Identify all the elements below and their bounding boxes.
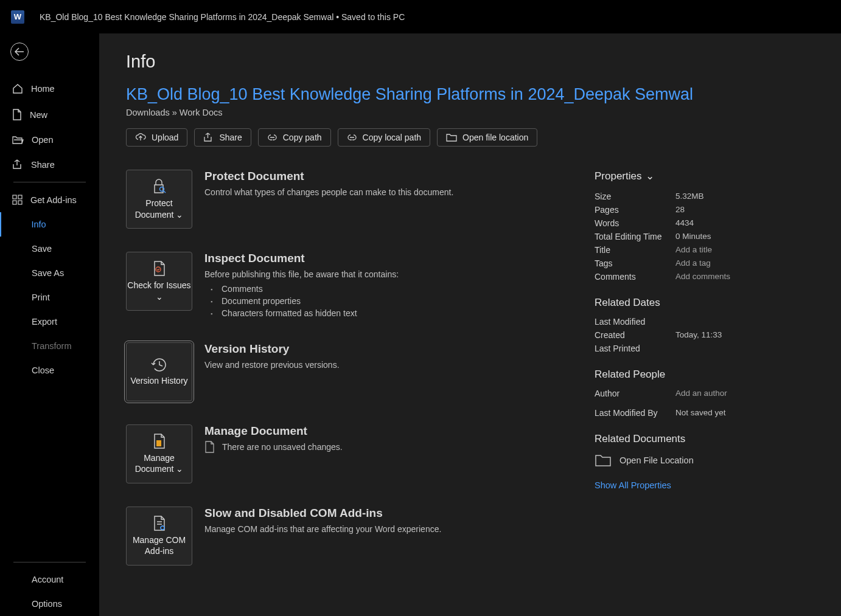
- prop-value: 28: [675, 205, 685, 215]
- word-app-icon: W: [11, 10, 24, 24]
- sidebar-label: Export: [32, 317, 57, 327]
- action-label: Share: [219, 133, 242, 142]
- prop-label: Words: [595, 218, 675, 228]
- open-file-location-link[interactable]: Open File Location: [595, 454, 765, 467]
- svg-rect-3: [18, 201, 22, 204]
- manage-document-button[interactable]: Manage Document ⌄: [126, 424, 192, 483]
- button-label: Protect Document ⌄: [127, 198, 192, 220]
- section-heading: Manage Document: [204, 424, 564, 438]
- sidebar-label: Share: [31, 160, 55, 170]
- prop-label: Last Modified By: [595, 408, 675, 418]
- divider: [13, 182, 86, 182]
- sidebar-item-open[interactable]: Open: [0, 128, 99, 152]
- link-icon: [347, 134, 357, 141]
- svg-rect-6: [156, 440, 161, 446]
- prop-value: 0 Minutes: [675, 232, 711, 241]
- open-file-location-label: Open File Location: [619, 455, 694, 465]
- chevron-down-icon: ⌄: [176, 463, 183, 474]
- copy-path-button[interactable]: Copy path: [258, 128, 331, 147]
- inspect-doc-icon: [152, 260, 167, 277]
- section-text: Manage COM add-ins that are affecting yo…: [204, 523, 564, 536]
- prop-value-add-author[interactable]: Add an author: [675, 389, 727, 398]
- breadcrumb: Downloads » Work Docs: [126, 108, 814, 117]
- new-doc-icon: [12, 109, 22, 120]
- sidebar-item-options[interactable]: Options: [0, 592, 99, 616]
- protect-document-button[interactable]: Protect Document ⌄: [126, 170, 192, 229]
- prop-value-add-title[interactable]: Add a title: [675, 245, 712, 255]
- prop-label: Pages: [595, 205, 675, 215]
- sidebar-item-new[interactable]: New: [0, 102, 99, 128]
- folder-icon: [446, 133, 457, 142]
- document-title: KB_Old Blog_10 Best Knowledge Sharing Pl…: [126, 85, 814, 104]
- sidebar-item-account[interactable]: Account: [0, 567, 99, 592]
- action-label: Copy path: [283, 133, 322, 142]
- svg-rect-0: [13, 195, 16, 199]
- sidebar-item-save[interactable]: Save: [0, 237, 99, 261]
- section-text: Before publishing this file, be aware th…: [204, 268, 564, 282]
- manage-com-addins-button[interactable]: Manage COM Add-ins: [126, 507, 192, 566]
- sidebar-label: Transform: [32, 341, 72, 351]
- prop-label: Author: [595, 389, 675, 398]
- section-heading: Inspect Document: [204, 252, 564, 265]
- prop-label: Last Modified: [595, 317, 675, 327]
- prop-label: Comments: [595, 272, 675, 282]
- properties-dropdown[interactable]: Properties ⌄: [595, 170, 765, 182]
- button-label: Version History: [130, 375, 187, 386]
- chevron-down-icon: ⌄: [156, 291, 163, 302]
- version-history-button[interactable]: Version History: [126, 342, 192, 401]
- titlebar: W KB_Old Blog_10 Best Knowledge Sharing …: [0, 0, 841, 33]
- content-area: Info KB_Old Blog_10 Best Knowledge Shari…: [99, 33, 841, 616]
- section-text: View and restore previous versions.: [204, 359, 564, 372]
- action-label: Copy local path: [363, 133, 422, 142]
- sidebar-item-transform: Transform: [0, 334, 99, 358]
- gear-doc-icon: [152, 515, 167, 531]
- list-item: Comments: [204, 283, 564, 295]
- chevron-down-icon: ⌄: [646, 170, 654, 182]
- action-label: Upload: [152, 133, 178, 142]
- copy-local-path-button[interactable]: Copy local path: [338, 128, 431, 147]
- prop-label: Last Printed: [595, 344, 675, 353]
- sidebar-label: Info: [32, 220, 46, 229]
- sidebar-item-print[interactable]: Print: [0, 285, 99, 310]
- sidebar-label: New: [30, 110, 47, 120]
- upload-button[interactable]: Upload: [126, 128, 187, 147]
- prop-value-add-tag[interactable]: Add a tag: [675, 258, 711, 268]
- prop-value-add-comments[interactable]: Add comments: [675, 272, 730, 282]
- prop-value: Not saved yet: [675, 408, 726, 418]
- list-item: Characters formatted as hidden text: [204, 307, 564, 319]
- sidebar-label: Open: [32, 135, 53, 145]
- folder-icon: [595, 454, 612, 467]
- sidebar-item-addins[interactable]: Get Add-ins: [0, 187, 99, 212]
- sidebar-label: Account: [32, 575, 63, 584]
- button-label: Manage Document ⌄: [127, 452, 192, 474]
- share-icon: [203, 133, 214, 142]
- sidebar-item-export[interactable]: Export: [0, 310, 99, 334]
- sidebar-item-close[interactable]: Close: [0, 358, 99, 382]
- back-button[interactable]: [10, 43, 29, 61]
- section-text: There are no unsaved changes.: [222, 442, 343, 452]
- open-location-button[interactable]: Open file location: [437, 128, 537, 147]
- chevron-down-icon: ⌄: [176, 209, 183, 220]
- list-item: Document properties: [204, 295, 564, 307]
- sidebar-item-home[interactable]: Home: [0, 76, 99, 102]
- share-button[interactable]: Share: [194, 128, 251, 147]
- svg-point-7: [161, 526, 164, 530]
- sidebar-label: Options: [32, 599, 62, 609]
- svg-rect-1: [18, 195, 22, 199]
- sidebar-item-saveas[interactable]: Save As: [0, 261, 99, 285]
- arrow-left-icon: [15, 47, 24, 56]
- button-label: Manage COM Add-ins: [127, 535, 192, 556]
- check-issues-button[interactable]: Check for Issues ⌄: [126, 252, 192, 311]
- doc-icon: [204, 441, 215, 453]
- sidebar-label: Get Add-ins: [30, 195, 77, 205]
- prop-label: Title: [595, 245, 675, 255]
- show-all-properties-link[interactable]: Show All Properties: [595, 480, 765, 490]
- sidebar-item-info[interactable]: Info: [0, 212, 99, 237]
- manage-doc-icon: [152, 433, 167, 449]
- sidebar-item-share[interactable]: Share: [0, 152, 99, 177]
- addins-icon: [12, 195, 23, 205]
- related-people-header: Related People: [595, 369, 765, 381]
- history-icon: [151, 357, 167, 372]
- prop-value: 5.32MB: [675, 192, 704, 201]
- sidebar-label: Home: [31, 84, 55, 94]
